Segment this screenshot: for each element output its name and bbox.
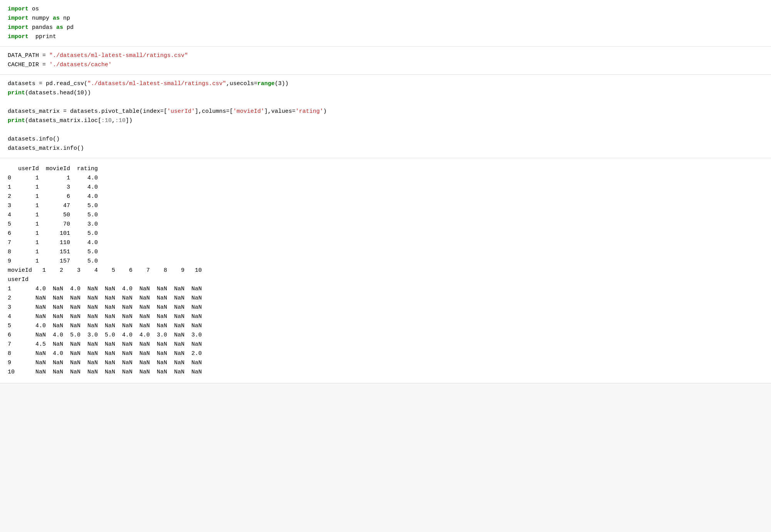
output-table: userId movieId rating 0 1 1 4.0 1 1 3 4.… (8, 163, 763, 378)
string-movieid: 'movieId' (233, 108, 264, 115)
module-pandas: pandas (32, 24, 56, 31)
code-line: print(datasets.head(10)) (8, 89, 763, 98)
operator: = (39, 62, 49, 68)
code-line: import numpy as np (8, 14, 763, 23)
keyword-import: import (8, 24, 28, 31)
alias-np: np (60, 15, 70, 22)
alias-pd: pd (63, 24, 74, 31)
number-10-1: :10 (101, 117, 112, 124)
code-line: datasets_matrix = datasets.pivot_table(i… (8, 107, 763, 116)
code-line: datasets = pd.read_csv("./datasets/ml-la… (8, 79, 763, 89)
keyword-import: import (8, 15, 28, 22)
code-line: datasets_matrix.info() (8, 144, 763, 153)
code-line: import os (8, 5, 763, 14)
operator: = (39, 52, 49, 59)
operator: = (35, 80, 46, 87)
code-cell-2[interactable]: DATA_PATH = "./datasets/ml-latest-small/… (0, 47, 771, 75)
paren: (datasets_matrix.iloc[ (25, 117, 101, 124)
module-numpy: numpy (32, 15, 53, 22)
code-cell-1[interactable]: import os import numpy as np import pand… (0, 0, 771, 47)
func-datasets-info: datasets.info() (8, 136, 60, 142)
code-line-empty (8, 125, 763, 135)
keyword-import: import (8, 33, 28, 40)
paren: ) (323, 108, 327, 115)
code-line: CACHE_DIR = './datasets/cache' (8, 60, 763, 70)
notebook: import os import numpy as np import pand… (0, 0, 771, 383)
func-pivot-table: datasets.pivot_table(index=[ (70, 108, 167, 115)
code-line: DATA_PATH = "./datasets/ml-latest-small/… (8, 51, 763, 60)
string-csv-path: "./datasets/ml-latest-small/ratings.csv" (87, 80, 226, 87)
operator: = (60, 108, 70, 115)
paren-comma: , (112, 117, 115, 124)
keyword-print: print (8, 117, 25, 124)
var-datasets: datasets (8, 80, 35, 87)
var-data-path: DATA_PATH (8, 52, 39, 59)
keyword-import: import (8, 6, 28, 12)
code-line: print(datasets_matrix.iloc[:10,:10]) (8, 116, 763, 125)
string-rating: 'rating' (295, 108, 323, 115)
module-pprint: pprint (32, 33, 56, 40)
code-line-empty (8, 98, 763, 107)
code-line: import pprint (8, 32, 763, 42)
paren: (3)) (275, 80, 288, 87)
func-columns: ],columns=[ (195, 108, 233, 115)
module-os: os (32, 6, 39, 12)
keyword-as: as (53, 15, 60, 22)
keyword-print: print (8, 90, 25, 96)
var-cache-dir: CACHE_DIR (8, 62, 39, 68)
func-datasets-matrix-info: datasets_matrix.info() (8, 145, 84, 152)
output-cell: userId movieId rating 0 1 1 4.0 1 1 3 4.… (0, 158, 771, 383)
func-usecols: ,usecols= (226, 80, 257, 87)
keyword-as: as (56, 24, 63, 31)
code-line: import pandas as pd (8, 23, 763, 32)
func-read-csv: pd.read_csv( (46, 80, 87, 87)
string-userid: 'userId' (167, 108, 195, 115)
var-datasets-matrix: datasets_matrix (8, 108, 60, 115)
paren-close: ]) (126, 117, 132, 124)
number-10-2: :10 (115, 117, 126, 124)
func-values: ],values= (264, 108, 295, 115)
keyword-range: range (257, 80, 275, 87)
code-cell-3[interactable]: datasets = pd.read_csv("./datasets/ml-la… (0, 75, 771, 158)
string-data-path: "./datasets/ml-latest-small/ratings.csv" (49, 52, 188, 59)
string-cache-dir: './datasets/cache' (49, 62, 112, 68)
paren: (datasets.head(10)) (25, 90, 91, 96)
code-line: datasets.info() (8, 135, 763, 144)
